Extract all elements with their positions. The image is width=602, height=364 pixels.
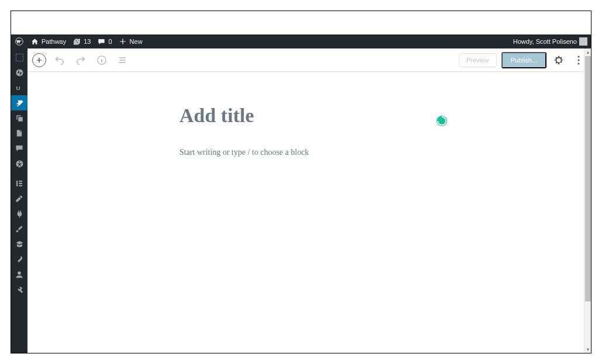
- site-link[interactable]: Pathway: [30, 37, 66, 46]
- sidebar-posts[interactable]: [11, 95, 27, 110]
- sidebar-dashboard[interactable]: [11, 50, 27, 65]
- wordpress-icon: [15, 37, 24, 46]
- publish-button[interactable]: Publish...: [501, 52, 546, 68]
- sidebar-media[interactable]: [11, 110, 27, 126]
- admin-bar: Pathway 13 0: [11, 34, 591, 48]
- site-name: Pathway: [41, 38, 66, 45]
- howdy-text: Howdy, Scott Poliseno: [513, 38, 577, 45]
- undo-button[interactable]: [52, 53, 67, 68]
- sidebar-appearance[interactable]: [11, 191, 27, 206]
- info-button[interactable]: [94, 53, 109, 68]
- new-link[interactable]: New: [118, 37, 143, 46]
- editor-content: Start writing or type / to choose a bloc…: [27, 72, 591, 157]
- svg-rect-17: [119, 62, 126, 63]
- info-icon: [96, 55, 107, 65]
- svg-rect-9: [19, 183, 22, 184]
- kebab-icon: [577, 56, 580, 65]
- sidebar-tools-wrench[interactable]: [11, 252, 27, 267]
- admin-sidebar: U: [11, 48, 27, 353]
- sidebar-comments[interactable]: [11, 141, 27, 156]
- refresh-icon: [72, 37, 81, 46]
- sidebar-jetpack[interactable]: [11, 65, 27, 80]
- admin-bar-right: Howdy, Scott Poliseno: [513, 37, 587, 46]
- toolbar-right: Preview Publish...: [459, 52, 586, 68]
- svg-rect-15: [119, 57, 126, 58]
- sidebar-elementor[interactable]: [11, 176, 27, 191]
- sidebar-plugins[interactable]: [11, 206, 27, 221]
- admin-bar-left: Pathway 13 0: [15, 37, 513, 46]
- toolbar-left: [32, 53, 130, 68]
- add-block-button[interactable]: [32, 53, 46, 67]
- redo-icon: [75, 55, 86, 65]
- svg-text:U: U: [16, 85, 20, 91]
- preview-button[interactable]: Preview: [459, 53, 497, 67]
- svg-point-19: [577, 59, 579, 61]
- sidebar-settings[interactable]: [11, 282, 27, 297]
- comment-icon: [96, 37, 106, 46]
- avatar: [579, 37, 587, 46]
- svg-rect-8: [19, 181, 22, 182]
- account-link[interactable]: Howdy, Scott Poliseno: [513, 37, 587, 46]
- sidebar-pages[interactable]: [11, 126, 27, 141]
- home-icon: [30, 37, 39, 46]
- svg-point-18: [577, 56, 579, 57]
- svg-point-20: [577, 63, 579, 64]
- scroll-down-arrow[interactable]: ▼: [584, 346, 591, 353]
- svg-rect-10: [19, 185, 22, 186]
- gear-icon: [553, 55, 564, 65]
- svg-point-2: [16, 69, 23, 76]
- editor-toolbar: Preview Publish...: [27, 48, 591, 72]
- sidebar-learndash[interactable]: [11, 237, 27, 252]
- window: Pathway 13 0: [11, 11, 591, 353]
- settings-button[interactable]: [551, 53, 566, 68]
- outline-button[interactable]: [115, 53, 130, 68]
- svg-point-6: [19, 161, 20, 162]
- svg-point-4: [20, 117, 22, 119]
- page-frame: Pathway 13 0: [0, 0, 602, 364]
- svg-rect-7: [16, 181, 18, 186]
- scrollbar[interactable]: ▲ ▼: [584, 48, 591, 353]
- svg-rect-16: [120, 60, 126, 61]
- scroll-up-arrow[interactable]: ▲: [584, 48, 591, 56]
- plus-icon: [36, 57, 43, 64]
- list-icon: [118, 56, 127, 65]
- scrollbar-thumb[interactable]: [585, 56, 591, 301]
- comments-link[interactable]: 0: [96, 37, 112, 46]
- post-body-placeholder[interactable]: Start writing or type / to choose a bloc…: [179, 148, 507, 157]
- new-label: New: [130, 38, 143, 45]
- undo-icon: [54, 55, 65, 65]
- sidebar-accessibility[interactable]: [11, 156, 27, 171]
- sidebar-tools-brush[interactable]: [11, 221, 27, 237]
- editor: Preview Publish... Start writing or type…: [27, 48, 591, 353]
- svg-rect-1: [16, 54, 23, 61]
- grammarly-icon[interactable]: [437, 116, 447, 126]
- plus-icon: [118, 37, 127, 46]
- updates-count: 13: [84, 38, 91, 45]
- wp-logo[interactable]: [15, 37, 24, 46]
- updates-link[interactable]: 13: [72, 37, 91, 46]
- redo-button[interactable]: [73, 53, 88, 68]
- post-title-input[interactable]: [179, 105, 507, 127]
- sidebar-updraft[interactable]: U: [11, 80, 27, 95]
- svg-point-11: [18, 271, 21, 275]
- sidebar-users[interactable]: [11, 267, 27, 282]
- comments-count: 0: [108, 38, 112, 45]
